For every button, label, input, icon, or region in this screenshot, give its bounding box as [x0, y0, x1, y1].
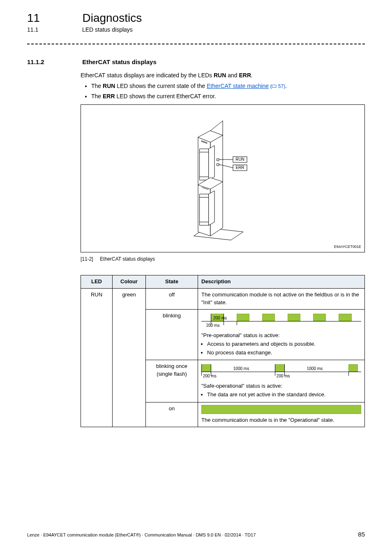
page-header: 11 Diagnostics 11.1 LED status displays [27, 12, 365, 33]
timing-label: 1000 ms [233, 366, 249, 372]
figure-code: E94AYCET001E [334, 244, 361, 250]
th-description: Description [198, 275, 365, 289]
module-illustration: RUN ERR [169, 113, 276, 244]
figure-caption-text: EtherCAT status displays [100, 256, 155, 262]
desc-line: The communication module is in the "Oper… [201, 416, 361, 424]
list-item: Access to parameters and objects is poss… [207, 340, 361, 348]
figure-number: [11-2] [81, 256, 99, 263]
section-number: 11.1.2 [27, 58, 81, 65]
cell-state-single-flash: blinking once (single flash) [146, 360, 198, 402]
cross-ref[interactable]: ( 57) [269, 83, 285, 89]
book-icon [272, 85, 277, 88]
section-title: EtherCAT status displays [82, 58, 157, 65]
bold-run: RUN [103, 83, 115, 89]
cell-desc-blinking: 200 ms 200 ms "Pre-operational" status i… [198, 309, 365, 360]
th-led: LED [81, 275, 113, 289]
page: { "header": { "chapter_num": "11", "chap… [0, 0, 392, 555]
svg-marker-17 [209, 191, 214, 225]
led-status-table: LED Colour State Description RUN green o… [81, 275, 365, 427]
bold-err: ERR [239, 72, 251, 79]
bold-err: ERR [103, 93, 115, 99]
svg-marker-11 [209, 146, 214, 180]
timing-label: 1000 ms [307, 366, 323, 372]
desc-line: "Pre-operational" status is active: [201, 332, 361, 340]
state-line1: blinking once [156, 363, 187, 369]
text: . [285, 83, 287, 89]
desc-line: "Safe-operational" status is active: [201, 382, 361, 390]
footer-text: Lenze · E94AYCET communication module (E… [27, 532, 256, 537]
bullet-err-led: The ERR LED shows the current EtherCAT e… [91, 92, 365, 100]
body: EtherCAT status displays are indicated b… [81, 71, 365, 427]
text: ( [269, 83, 272, 89]
desc-list: The data are not yet active in the stand… [207, 391, 361, 399]
chapter-title: Diagnostics [82, 12, 142, 25]
timing-blinking: 200 ms 200 ms [201, 314, 361, 329]
list-item: No process data exchange. [207, 349, 361, 357]
text: 57) [277, 83, 285, 89]
text: LED shows the current EtherCAT error. [115, 93, 216, 99]
svg-line-4 [210, 121, 223, 131]
figure-box: RUN ERR E94AYCET001E [81, 104, 365, 252]
bold-run: RUN [214, 72, 226, 79]
cell-desc-off: The communication module is not active o… [198, 289, 365, 310]
table-row: RUN green off The communication module i… [81, 289, 365, 310]
section-heading: 11.1.2 EtherCAT status displays [27, 58, 365, 65]
bullet-run-led: The RUN LED shows the current state of t… [91, 82, 365, 90]
svg-rect-8 [200, 149, 209, 180]
state-line2: (single flash) [157, 371, 187, 377]
intro-paragraph: EtherCAT status displays are indicated b… [81, 71, 365, 79]
figure-label-run: RUN [235, 157, 244, 162]
text: LED shows the current state of the [115, 83, 207, 89]
text: The [91, 83, 103, 89]
th-state: State [146, 275, 198, 289]
cell-led: RUN [81, 289, 113, 427]
cell-colour: green [113, 289, 146, 427]
page-footer: Lenze · E94AYCET communication module (E… [27, 531, 365, 538]
th-colour: Colour [113, 275, 146, 289]
cell-state-blinking: blinking [146, 309, 198, 360]
timing-single-flash: 1000 ms 1000 ms 200 ms 200 ms [201, 364, 361, 380]
text: EtherCAT status displays are indicated b… [81, 72, 214, 79]
intro-bullets: The RUN LED shows the current state of t… [81, 82, 365, 100]
subsection-title: LED status displays [82, 26, 133, 33]
link-ethercat-state-machine[interactable]: EtherCAT state machine [207, 83, 269, 89]
list-item: The data are not yet active in the stand… [207, 391, 361, 399]
cell-state-on: on [146, 402, 198, 427]
cell-state-off: off [146, 289, 198, 310]
page-number: 85 [358, 531, 365, 538]
timing-on-solid [201, 405, 361, 414]
figure-caption: [11-2] EtherCAT status displays [81, 256, 365, 263]
subsection-number: 11.1 [27, 26, 81, 33]
timing-label: 200 ms [213, 315, 227, 321]
svg-rect-14 [200, 194, 209, 225]
timing-label: 200 ms [206, 323, 220, 329]
desc-list: Access to parameters and objects is poss… [207, 340, 361, 357]
timing-label: 200 ms [277, 373, 290, 379]
figure-label-err: ERR [235, 165, 244, 170]
timing-label: 200 ms [203, 373, 217, 379]
separator-dashed [27, 44, 365, 44]
text: and [226, 72, 239, 79]
cell-desc-on: The communication module is in the "Oper… [198, 402, 365, 427]
text: The [91, 93, 103, 99]
cell-desc-single-flash: 1000 ms 1000 ms 200 ms 200 ms "Safe-oper… [198, 360, 365, 402]
text: . [251, 72, 253, 79]
chapter-number: 11 [27, 12, 81, 25]
